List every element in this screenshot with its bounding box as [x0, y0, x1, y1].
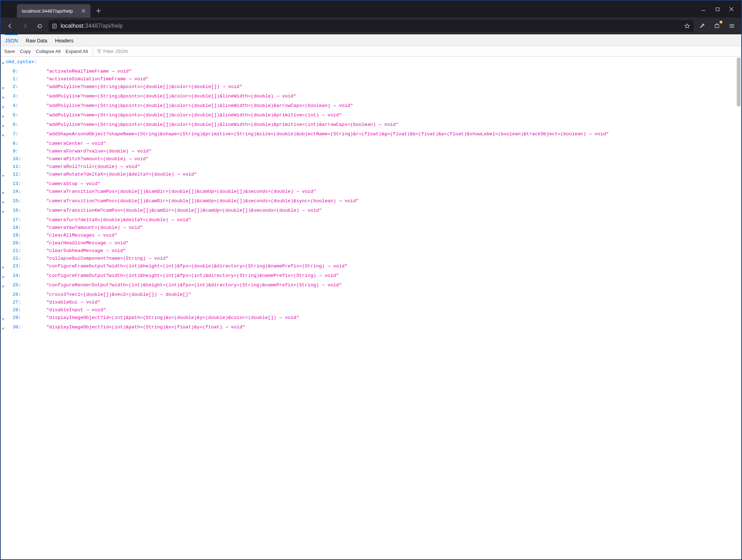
json-key: 20:: [13, 239, 21, 247]
json-entry-row[interactable]: 10:"cameraPitch?amount=(double) → void": [1, 155, 741, 163]
twisty-icon[interactable]: ▼: [1, 102, 6, 111]
twisty-icon[interactable]: ▼: [1, 83, 6, 93]
url-bar[interactable]: localhost:34487/api/help: [48, 20, 694, 32]
json-entry-row[interactable]: 9:"cameraForward?value=(double) → void": [1, 148, 741, 155]
twisty-icon[interactable]: ▼: [1, 111, 6, 121]
expand-all-button[interactable]: Expand All: [66, 49, 88, 54]
json-value: "collapseGuiComponent?name=(String) → vo…: [46, 256, 168, 261]
twisty-icon[interactable]: ▼: [1, 171, 6, 180]
json-tree-viewport[interactable]: ▼ cmd_syntax: 0:"activateRealTimeFrame →…: [1, 57, 741, 559]
json-key: 26:: [13, 291, 21, 299]
json-value: "displayImageObject?id=(int)&path=(Strin…: [46, 315, 299, 320]
twisty-icon: [1, 155, 6, 157]
minimize-button[interactable]: [700, 6, 707, 13]
json-entry-row[interactable]: 13:"cameraStop → void": [1, 180, 741, 188]
devtools-button[interactable]: [696, 20, 708, 32]
json-key: 5:: [13, 111, 18, 119]
json-entry-row[interactable]: 18:"cameraYaw?amount=(double) → void": [1, 224, 741, 232]
json-entry-row[interactable]: ▼30:"displayImageObject?id=(int)&path=(S…: [1, 323, 741, 333]
browser-tab[interactable]: localhost:34487/api/help: [17, 4, 90, 18]
json-key: 7:: [13, 130, 18, 138]
forward-button[interactable]: [19, 20, 31, 32]
twisty-icon[interactable]: ▼: [1, 272, 6, 281]
reload-button[interactable]: [34, 20, 46, 32]
tab-raw-data[interactable]: Raw Data: [26, 34, 47, 46]
json-key: 15:: [13, 197, 21, 205]
tab-headers[interactable]: Headers: [55, 34, 74, 46]
json-entry-row[interactable]: ▼4:"addPolyline?name=(String)&points=(do…: [1, 102, 741, 111]
json-entry-row[interactable]: ▼16:"cameraTransitionKm?camPos=(double[]…: [1, 207, 741, 216]
filter-json-input[interactable]: [103, 49, 167, 54]
json-entry-row[interactable]: ▼5:"addPolyline?name=(String)&points=(do…: [1, 111, 741, 121]
json-key: 16:: [13, 207, 21, 214]
json-entry-row[interactable]: ▼12:"cameraRotate?deltaX=(double)&deltaY…: [1, 171, 741, 180]
twisty-icon[interactable]: ▼: [1, 197, 6, 207]
json-entry-row[interactable]: 26:"cross3?vec1=(double[])&vec2=(double[…: [1, 291, 741, 299]
twisty-icon[interactable]: ▼: [1, 130, 6, 140]
json-key: 21:: [13, 247, 21, 255]
json-entry-row[interactable]: ▼25:"configureRenderOutput?width=(int)&h…: [1, 281, 741, 291]
json-entry-row[interactable]: ▼29:"displayImageObject?id=(int)&path=(S…: [1, 314, 741, 323]
twisty-icon: [1, 163, 6, 165]
json-entry-row[interactable]: 8:"cameraCenter → void": [1, 140, 741, 148]
json-entry-row[interactable]: 21:"clearSubheadMessage → void": [1, 247, 741, 255]
json-value: "cameraTransition?camPos=(double[])&camD…: [46, 189, 316, 194]
twisty-icon: [1, 140, 6, 142]
new-tab-button[interactable]: [93, 5, 104, 17]
json-entry-row[interactable]: ▼2:"addPolyline?name=(String)&points=(do…: [1, 83, 741, 93]
json-entry-row[interactable]: 20:"clearHeadlineMessage → void": [1, 239, 741, 247]
page-info-icon[interactable]: [52, 23, 57, 29]
app-menu-button[interactable]: [726, 20, 738, 32]
save-button[interactable]: Save: [4, 49, 15, 54]
twisty-icon[interactable]: ▼: [1, 93, 6, 102]
json-key: 25:: [13, 281, 21, 289]
maximize-button[interactable]: [714, 6, 721, 13]
twisty-icon: [1, 148, 6, 149]
tab-json[interactable]: JSON: [5, 34, 18, 46]
close-window-button[interactable]: [728, 6, 735, 13]
twisty-icon: [1, 291, 6, 293]
twisty-icon[interactable]: ▼: [1, 188, 6, 197]
json-value: "cameraYaw?amount=(double) → void": [46, 225, 143, 230]
json-entry-row[interactable]: 27:"disableGui → void": [1, 299, 741, 306]
twisty-icon[interactable]: ▼: [1, 58, 6, 68]
json-entry-row[interactable]: 11:"cameraRoll?roll=(double) → void": [1, 163, 741, 171]
extensions-button[interactable]: [711, 20, 723, 32]
json-key: 13:: [13, 180, 21, 188]
copy-button[interactable]: Copy: [20, 49, 31, 54]
twisty-icon: [1, 299, 6, 300]
json-entry-row[interactable]: ▼23:"configureFrameOutput?width=(int)&he…: [1, 262, 741, 272]
scrollbar-thumb[interactable]: [737, 57, 741, 107]
twisty-icon[interactable]: ▼: [1, 314, 6, 323]
twisty-icon[interactable]: ▼: [1, 121, 6, 130]
json-entry-row[interactable]: 22:"collapseGuiComponent?name=(String) →…: [1, 255, 741, 262]
json-entry-row[interactable]: 28:"disableInput → void": [1, 306, 741, 314]
json-entry-row[interactable]: ▼6:"addPolyline?name=(String)&points=(do…: [1, 121, 741, 130]
twisty-icon[interactable]: ▼: [1, 207, 6, 216]
json-key: 11:: [13, 163, 21, 171]
json-root-row[interactable]: ▼ cmd_syntax:: [1, 58, 741, 68]
collapse-all-button[interactable]: Collapse All: [36, 49, 61, 54]
json-key: 22:: [13, 255, 21, 262]
json-entry-row[interactable]: 17:"cameraTurn?deltaX=(double)&deltaY=(d…: [1, 216, 741, 224]
json-value: "cameraCenter → void": [46, 141, 106, 146]
twisty-icon: [1, 216, 6, 218]
twisty-icon[interactable]: ▼: [1, 323, 6, 333]
json-value: "cameraTransition?camPos=(double[])&camD…: [46, 198, 359, 204]
json-entry-row[interactable]: 1:"activateSimulationTimeFrame → void": [1, 75, 741, 83]
json-entry-row[interactable]: ▼24:"configureFrameOutput?width=(int)&he…: [1, 272, 741, 281]
json-entry-row[interactable]: ▼14:"cameraTransition?camPos=(double[])&…: [1, 188, 741, 197]
twisty-icon[interactable]: ▼: [1, 281, 6, 291]
json-entry-row[interactable]: ▼15:"cameraTransition?camPos=(double[])&…: [1, 197, 741, 207]
json-entry-row[interactable]: ▼3:"addPolyline?name=(String)&points=(do…: [1, 93, 741, 102]
bookmark-star-icon[interactable]: [684, 23, 690, 29]
json-entry-row[interactable]: 19:"clearAllMessages → void": [1, 232, 741, 239]
json-entry-row[interactable]: 0:"activateRealTimeFrame → void": [1, 68, 741, 75]
scrollbar[interactable]: [736, 57, 741, 559]
json-value: "addPolyline?name=(String)&points=(doubl…: [46, 84, 242, 89]
back-button[interactable]: [4, 20, 16, 32]
json-key: 18:: [13, 224, 21, 232]
twisty-icon[interactable]: ▼: [1, 262, 6, 272]
close-tab-icon[interactable]: [80, 7, 87, 14]
json-entry-row[interactable]: ▼7:"addShapeAroundObject?shapeName=(Stri…: [1, 130, 741, 140]
